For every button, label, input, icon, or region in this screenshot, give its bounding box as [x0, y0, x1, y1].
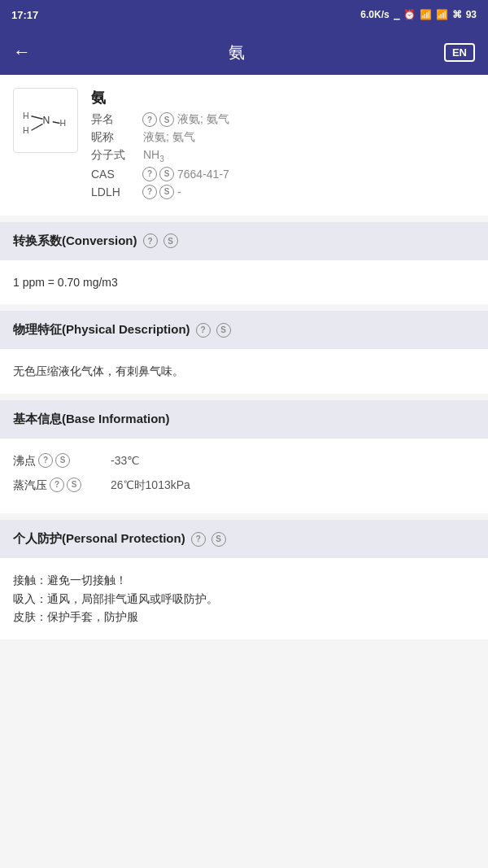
- vapor-s-icon[interactable]: S: [67, 478, 81, 492]
- physical-title: 物理特征(Physical Description): [13, 322, 190, 338]
- cas-label: CAS: [91, 168, 140, 181]
- protection-section: 个人防护(Personal Protection) ? S 接触：避免一切接触！…: [0, 520, 488, 639]
- alias-help-icon[interactable]: ?: [142, 112, 157, 127]
- svg-text:H: H: [60, 118, 67, 128]
- protection-content: 接触：避免一切接触！ 吸入：通风，局部排气通风或呼吸防护。 皮肤：保护手套，防护…: [0, 558, 488, 639]
- cas-row: CAS ? S 7664-41-7: [91, 167, 475, 181]
- svg-text:N: N: [43, 115, 50, 126]
- app-bar: ← 氨 EN: [0, 29, 488, 75]
- physical-content: 无色压缩液化气体，有刺鼻气味。: [0, 349, 488, 393]
- ldlh-label: LDLH: [91, 185, 140, 198]
- wifi-icon: ⌘: [452, 9, 462, 20]
- nickname-label: 昵称: [91, 130, 140, 145]
- conversion-help-icon[interactable]: ?: [143, 233, 158, 248]
- svg-line-6: [53, 122, 60, 124]
- boiling-s-icon[interactable]: S: [55, 453, 70, 468]
- status-time: 17:17: [11, 9, 38, 21]
- alias-s-icon[interactable]: S: [159, 112, 174, 127]
- physical-s-icon[interactable]: S: [216, 323, 231, 338]
- protection-title: 个人防护(Personal Protection): [13, 531, 185, 547]
- svg-text:H: H: [23, 111, 29, 120]
- conversion-header: 转换系数(Conversion) ? S: [0, 222, 488, 260]
- nickname-value: 液氨; 氨气: [143, 130, 195, 145]
- signal-icon1: 📶: [420, 9, 432, 20]
- boiling-row: 沸点 ? S -33℃: [13, 451, 475, 469]
- cas-help-icon[interactable]: ?: [142, 167, 157, 181]
- alarm-icon: ⏰: [403, 9, 416, 20]
- cas-value: 7664-41-7: [177, 168, 229, 181]
- boiling-help-icon[interactable]: ?: [38, 453, 53, 468]
- nickname-row: 昵称 液氨; 氨气: [91, 130, 475, 145]
- molecule-image: N H H H: [13, 88, 78, 153]
- ldlh-row: LDLH ? S -: [91, 185, 475, 199]
- base-header: 基本信息(Base Information): [0, 400, 488, 438]
- svg-text:H: H: [23, 125, 29, 135]
- vapor-value: 26℃时1013kPa: [111, 476, 190, 494]
- alias-value: 液氨; 氨气: [177, 112, 229, 127]
- physical-help-icon[interactable]: ?: [196, 323, 211, 338]
- status-icons: 6.0K/s ⎯ ⏰ 📶 📶 ⌘ 93: [360, 9, 477, 20]
- formula-row: 分子式 NH3: [91, 148, 475, 164]
- signal-icon2: 📶: [436, 9, 448, 20]
- chemical-name: 氨: [91, 88, 475, 107]
- alias-label: 异名: [91, 112, 140, 127]
- network-speed: 6.0K/s: [360, 9, 389, 20]
- battery-value: 93: [466, 9, 477, 20]
- bluetooth-icon: ⎯: [394, 9, 399, 20]
- boiling-value: -33℃: [111, 451, 140, 469]
- base-section: 基本信息(Base Information) 沸点 ? S -33℃ 蒸汽压 ?…: [0, 400, 488, 514]
- chemical-details: 氨 异名 ? S 液氨; 氨气 昵称 液氨; 氨气 分子式 NH3 CAS ? …: [91, 88, 475, 203]
- protection-help-icon[interactable]: ?: [191, 532, 206, 547]
- back-button[interactable]: ←: [13, 41, 31, 63]
- base-title: 基本信息(Base Information): [13, 412, 170, 427]
- protection-text: 接触：避免一切接触！ 吸入：通风，局部排气通风或呼吸防护。 皮肤：保护手套，防护…: [13, 571, 475, 626]
- conversion-s-icon[interactable]: S: [163, 233, 178, 248]
- language-button[interactable]: EN: [444, 43, 475, 62]
- physical-header: 物理特征(Physical Description) ? S: [0, 311, 488, 349]
- status-bar: 17:17 6.0K/s ⎯ ⏰ 📶 📶 ⌘ 93: [0, 0, 488, 29]
- base-content: 沸点 ? S -33℃ 蒸汽压 ? S 26℃时1013kPa: [0, 438, 488, 514]
- cas-s-icon[interactable]: S: [159, 167, 174, 181]
- ldlh-value: -: [177, 185, 181, 198]
- protection-header: 个人防护(Personal Protection) ? S: [0, 520, 488, 558]
- ldlh-help-icon[interactable]: ?: [142, 185, 157, 199]
- vapor-row: 蒸汽压 ? S 26℃时1013kPa: [13, 476, 475, 494]
- physical-section: 物理特征(Physical Description) ? S 无色压缩液化气体，…: [0, 311, 488, 393]
- chemical-info-card: N H H H 氨 异名 ? S 液氨; 氨气 昵称 液氨; 氨气 分子式 NH…: [0, 75, 488, 216]
- formula-label: 分子式: [91, 148, 140, 163]
- page-title: 氨: [229, 41, 246, 63]
- conversion-content: 1 ppm = 0.70 mg/m3: [0, 260, 488, 304]
- conversion-title: 转换系数(Conversion): [13, 233, 137, 249]
- vapor-label: 蒸汽压 ? S: [13, 476, 111, 494]
- svg-line-5: [32, 124, 43, 130]
- alias-row: 异名 ? S 液氨; 氨气: [91, 112, 475, 127]
- formula-value: NH3: [143, 148, 164, 164]
- protection-s-icon[interactable]: S: [211, 532, 226, 547]
- boiling-label: 沸点 ? S: [13, 451, 111, 469]
- conversion-section: 转换系数(Conversion) ? S 1 ppm = 0.70 mg/m3: [0, 222, 488, 304]
- vapor-help-icon[interactable]: ?: [50, 478, 64, 492]
- ldlh-s-icon[interactable]: S: [159, 185, 174, 199]
- svg-line-4: [32, 116, 43, 120]
